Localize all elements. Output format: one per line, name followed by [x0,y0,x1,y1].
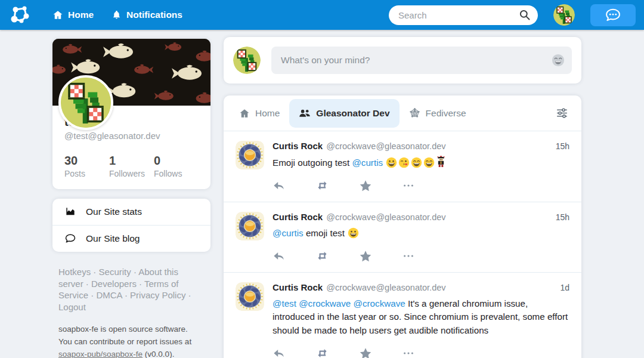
more-button[interactable] [402,347,415,358]
stat-followers[interactable]: 1 Followers [109,154,154,178]
profile-handle: @test@gleasonator.dev [64,131,199,141]
main-column: Home Gleasonator Dev Fediverse Curtis Ro… [224,37,581,358]
ellipsis-icon [402,180,415,192]
profile-card: test @test@gleasonator.dev 30 Posts 1 Fo… [52,39,210,189]
post-author-avatar[interactable] [236,141,264,169]
sidebar-item-site-blog[interactable]: Our Site blog [52,225,210,252]
reply-button[interactable] [273,180,286,192]
post-author-name[interactable]: Curtis Rock [273,141,323,151]
timeline-card: Home Gleasonator Dev Fediverse Curtis Ro… [224,95,581,358]
stat-followers-value: 1 [109,154,154,168]
timeline-settings-icon[interactable] [549,104,575,122]
repost-button[interactable] [315,180,329,192]
reply-icon [273,347,286,358]
footer-links: Hotkeys · Security · About this server ·… [58,266,201,313]
post-author-handle[interactable]: @crockwave@gleasonator.dev [326,212,445,222]
compose-user-avatar[interactable] [233,47,261,74]
reply-icon [273,180,286,192]
star-icon [359,250,372,263]
favourite-button[interactable] [359,180,372,192]
kiss-emoji [398,158,410,168]
post-list: Curtis Rock@crockwave@gleasonator.dev15h… [224,131,581,358]
post-author-handle[interactable]: @crockwave@gleasonator.dev [326,283,445,292]
post-timestamp[interactable]: 1d [560,283,569,292]
grin-emoji [385,158,398,168]
home-icon [239,108,250,119]
sidebar-item-site-stats[interactable]: Our Site stats [52,199,210,225]
soapbox-logo-icon[interactable] [7,3,33,27]
mention-link[interactable]: @curtis [273,228,304,238]
tab-gleasonator-dev-label: Gleasonator Dev [316,108,389,119]
post[interactable]: Curtis Rock@crockwave@gleasonator.dev15h… [224,131,581,202]
tab-gleasonator-dev[interactable]: Gleasonator Dev [289,99,399,128]
repost-button[interactable] [315,347,329,358]
footer-link-security[interactable]: Security [99,267,131,277]
post-timestamp[interactable]: 15h [556,141,569,151]
post-author-handle[interactable]: @crockwave@gleasonator.dev [326,141,445,151]
footer-repo-link[interactable]: soapox-pub/soapbox-fe [58,350,143,358]
nav-notifications-link[interactable]: Notifications [106,5,188,25]
chat-button[interactable] [590,4,636,26]
post-author-avatar[interactable] [236,212,264,240]
reply-button[interactable] [273,347,286,358]
stat-posts-label: Posts [64,169,109,178]
footer-link-privacy-policy[interactable]: Privacy Policy [130,290,185,300]
repost-icon [315,347,329,358]
favourite-button[interactable] [359,250,372,263]
more-button[interactable] [402,180,415,192]
compose-field-wrap [271,47,572,74]
footer-link-hotkeys[interactable]: Hotkeys [58,267,91,277]
sidebar: test @test@gleasonator.dev 30 Posts 1 Fo… [52,37,210,358]
beam-emoji [410,158,423,168]
post-timestamp[interactable]: 15h [556,212,569,222]
mention-link[interactable]: @test [273,298,296,308]
post-actions [273,347,569,358]
nav-home-link[interactable]: Home [47,5,100,25]
post-body: Curtis Rock@crockwave@gleasonator.dev15h… [273,212,569,264]
compose-input[interactable] [271,55,572,66]
mention-link[interactable]: @crockwave [354,298,405,308]
post-header: Curtis Rock@crockwave@gleasonator.dev15h [273,141,569,151]
emoji-picker-icon[interactable] [552,54,565,67]
compose-card [224,37,581,84]
stat-follows[interactable]: 0 Follows [154,154,199,178]
favourite-button[interactable] [359,347,372,358]
post-author-name[interactable]: Curtis Rock [273,212,323,222]
post[interactable]: Curtis Rock@crockwave@gleasonator.dev1d@… [224,273,581,358]
stat-posts[interactable]: 30 Posts [64,154,109,178]
post-header: Curtis Rock@crockwave@gleasonator.dev1d [273,282,569,292]
search-icon[interactable] [519,9,531,21]
navbar-user-avatar[interactable] [553,4,575,26]
post-author-name[interactable]: Curtis Rock [273,282,323,292]
repost-button[interactable] [315,250,329,263]
footer-link-dmca[interactable]: DMCA [96,290,122,300]
footer-link-developers[interactable]: Developers [91,279,137,289]
timeline-tabs: Home Gleasonator Dev Fediverse [224,95,581,131]
reply-button[interactable] [273,250,286,263]
repost-icon [315,180,329,192]
grin-emoji [347,228,360,238]
post-content: @curtis emoji test [273,227,569,240]
footer-about-text: soapbox-fe is open source software. You … [58,325,191,346]
fediverse-icon [409,107,420,119]
home-icon [52,10,63,20]
post[interactable]: Curtis Rock@crockwave@gleasonator.dev15h… [224,202,581,273]
footer-about: soapbox-fe is open source software. You … [58,323,201,358]
post-author-avatar[interactable] [236,282,264,311]
tab-home[interactable]: Home [230,99,289,128]
site-menu-card: Our Site stats Our Site blog [52,199,210,252]
mention-link[interactable]: @curtis [352,158,383,168]
footer-link-logout[interactable]: Logout [58,302,86,312]
mention-link[interactable]: @crockwave [299,298,351,308]
profile-avatar[interactable] [58,75,113,130]
stat-follows-value: 0 [154,154,199,168]
tab-fediverse[interactable]: Fediverse [400,99,476,128]
search-input[interactable] [389,5,538,25]
top-navbar: Home Notifications [0,0,644,30]
chat-bubble-icon [605,8,621,22]
more-button[interactable] [402,250,415,263]
post-body: Curtis Rock@crockwave@gleasonator.dev1d@… [273,282,569,358]
post-header: Curtis Rock@crockwave@gleasonator.dev15h [273,212,569,222]
page-layout: test @test@gleasonator.dev 30 Posts 1 Fo… [0,30,644,358]
blog-bubble-icon [64,233,76,245]
